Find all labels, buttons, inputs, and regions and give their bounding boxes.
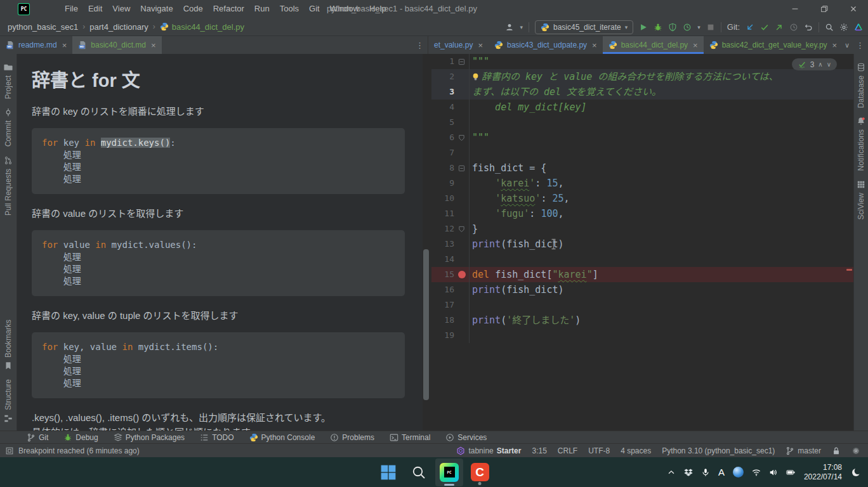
ime-indicator[interactable]: A — [715, 460, 728, 485]
taskbar-search-button[interactable] — [405, 458, 433, 486]
stripe-item-project[interactable]: Project — [4, 63, 13, 99]
breakpoint-dot[interactable] — [458, 271, 466, 278]
gutter-icons[interactable] — [454, 100, 470, 115]
tray-app-icon[interactable] — [730, 460, 747, 485]
editor-tab-basic44_dict_del.py[interactable]: basic44_dict_del.py× — [603, 36, 704, 54]
markdown-scrollbar[interactable] — [423, 249, 429, 400]
menu-view[interactable]: View — [107, 0, 135, 18]
more-vertical-icon[interactable]: ⋮ — [416, 41, 424, 50]
line-number[interactable]: 2 — [431, 69, 454, 84]
editor-line-16[interactable]: 16print(fish_dict) — [431, 282, 853, 297]
tab-close-icon[interactable]: × — [151, 41, 156, 50]
toolwindow-button-python-packages[interactable]: Python Packages — [106, 431, 192, 444]
tabnine-toolbar-icon[interactable] — [854, 23, 863, 32]
close-button[interactable] — [839, 0, 868, 18]
editor-line-14[interactable]: 14 — [431, 252, 853, 267]
editor-line-2[interactable]: 2辞書内の key と value の組み合わせを削除する方法については、 — [431, 69, 853, 84]
gutter-icons[interactable] — [454, 328, 470, 343]
tabnine-widget[interactable]: tabnine Starter — [456, 446, 521, 455]
gutter-icons[interactable] — [454, 267, 470, 282]
microphone-tray-icon[interactable] — [698, 460, 713, 485]
prev-problem-icon[interactable]: ∧ — [818, 61, 822, 68]
fold-end-icon[interactable] — [458, 226, 465, 233]
stripe-item-database[interactable]: Database — [857, 63, 865, 108]
editor-line-18[interactable]: 18print('終了しました') — [431, 313, 853, 328]
menu-run[interactable]: Run — [249, 0, 275, 18]
line-number[interactable]: 11 — [431, 206, 454, 221]
editor-line-11[interactable]: 11 'fugu': 100, — [431, 206, 853, 221]
pycharm-taskbar-button[interactable]: PC — [435, 458, 463, 486]
breadcrumb-item[interactable]: basic44_dict_del.py — [160, 22, 244, 32]
gutter-icons[interactable] — [454, 237, 470, 252]
stripe-item-sciview[interactable]: SciView — [857, 180, 865, 219]
menu-code[interactable]: Code — [178, 0, 208, 18]
user-icon[interactable] — [505, 23, 514, 32]
fold-open-icon[interactable] — [458, 58, 465, 65]
bulb-icon[interactable] — [472, 73, 479, 81]
rollback-button[interactable] — [804, 23, 813, 32]
line-number[interactable]: 18 — [431, 313, 454, 328]
line-number[interactable]: 4 — [431, 100, 454, 115]
line-ending-widget[interactable]: CRLF — [558, 446, 577, 455]
gutter-icons[interactable] — [454, 206, 470, 221]
gutter-icons[interactable] — [454, 69, 470, 84]
editor-line-7[interactable]: 7 — [431, 145, 853, 160]
line-number[interactable]: 19 — [431, 328, 454, 343]
update-project-button[interactable] — [746, 23, 754, 32]
line-number[interactable]: 13 — [431, 237, 454, 252]
indent-widget[interactable]: 4 spaces — [621, 446, 651, 455]
chevron-down-icon[interactable]: ∨ — [845, 41, 850, 49]
editor-line-4[interactable]: 4 del my_dict[key] — [431, 100, 853, 115]
tab-close-icon[interactable]: × — [478, 41, 483, 50]
debug-button[interactable] — [654, 23, 662, 32]
stripe-item-pull-requests[interactable]: Pull Requests — [4, 156, 13, 216]
gutter-icons[interactable] — [454, 297, 470, 313]
gutter-icons[interactable] — [454, 191, 470, 206]
toolwindow-button-terminal[interactable]: Terminal — [382, 431, 438, 444]
editor-tab-readme.md[interactable]: MDreadme.md× — [0, 36, 72, 54]
gutter-icons[interactable] — [454, 313, 470, 328]
run-button[interactable] — [639, 23, 648, 32]
line-number[interactable]: 7 — [431, 145, 454, 160]
tray-chevron-up-icon[interactable] — [664, 460, 679, 485]
tab-close-icon[interactable]: × — [592, 41, 597, 50]
editor-line-17[interactable]: 17 — [431, 297, 853, 313]
encoding-widget[interactable]: UTF-8 — [588, 446, 610, 455]
editor-line-9[interactable]: 9 'karei': 15, — [431, 176, 853, 191]
settings-button[interactable] — [839, 23, 848, 32]
tab-close-icon[interactable]: × — [693, 41, 698, 50]
git-branch-widget[interactable]: master — [786, 446, 821, 455]
editor-line-3[interactable]: 3まず、は以下の del 文を覚えてください。 — [431, 84, 853, 100]
line-number[interactable]: 1 — [431, 54, 454, 69]
tab-close-icon[interactable]: × — [832, 41, 838, 50]
camtasia-taskbar-button[interactable]: C — [466, 458, 494, 486]
more-vertical-icon[interactable]: ⋮ — [856, 41, 864, 50]
minimize-button[interactable] — [780, 0, 810, 18]
caret-position-widget[interactable]: 3:15 — [532, 446, 546, 455]
menu-edit[interactable]: Edit — [83, 0, 107, 18]
start-button[interactable] — [374, 458, 402, 486]
wifi-tray-icon[interactable] — [749, 460, 764, 485]
gutter-icons[interactable] — [454, 145, 470, 160]
line-number[interactable]: 14 — [431, 252, 454, 267]
gutter-icons[interactable] — [454, 115, 470, 130]
breadcrumb-item[interactable]: part4_dictionary — [89, 22, 148, 32]
editor-line-19[interactable]: 19 — [431, 328, 853, 343]
menu-navigate[interactable]: Navigate — [135, 0, 178, 18]
profiler-button[interactable] — [683, 23, 692, 32]
menu-tools[interactable]: Tools — [275, 0, 304, 18]
editor-line-10[interactable]: 10 'katsuo': 25, — [431, 191, 853, 206]
error-stripe-mark[interactable] — [846, 269, 852, 271]
editor-tab-basic42_dict_get_value_key.py[interactable]: basic42_dict_get_value_key.py× — [704, 36, 843, 54]
search-everywhere-button[interactable] — [825, 23, 834, 32]
battery-tray-icon[interactable] — [783, 460, 798, 485]
editor-line-8[interactable]: 8fish_dict = { — [431, 160, 853, 176]
fold-open-icon[interactable] — [458, 165, 465, 172]
toolwindow-button-todo[interactable]: TODO — [192, 431, 241, 444]
history-button[interactable] — [789, 23, 798, 32]
breadcrumb-item[interactable]: python_basic_sec1 — [8, 22, 78, 32]
line-number[interactable]: 8 — [431, 160, 454, 176]
taskbar-clock[interactable]: 17:08 2022/07/14 — [800, 463, 846, 482]
focus-assist-moon-icon[interactable] — [848, 460, 864, 485]
line-number[interactable]: 5 — [431, 115, 454, 130]
